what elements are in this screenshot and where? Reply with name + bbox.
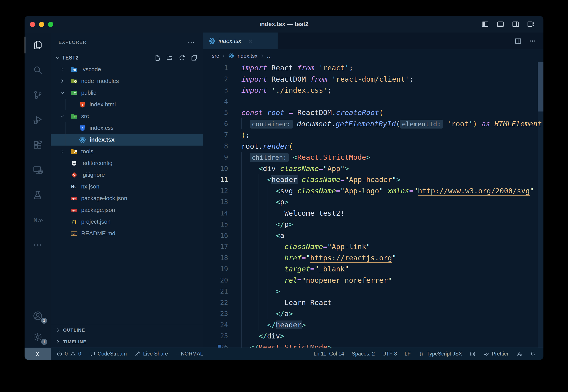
- status-codestream[interactable]: CodeStream: [89, 351, 127, 357]
- tree-item-index.html[interactable]: 5 index.html: [51, 99, 203, 110]
- code-line[interactable]: 15 </p>: [203, 219, 543, 230]
- new-file-icon[interactable]: [154, 55, 161, 61]
- code-line[interactable]: 8 root.render(: [203, 141, 543, 152]
- activity-source-control[interactable]: [25, 83, 51, 108]
- titlebar[interactable]: index.tsx — test2: [25, 16, 543, 32]
- explorer-more-icon[interactable]: [187, 39, 195, 46]
- code-line[interactable]: 1 import React from 'react';: [203, 62, 543, 74]
- code-line[interactable]: 7 );: [203, 129, 543, 141]
- activity-accounts[interactable]: 1: [25, 305, 51, 326]
- code-line[interactable]: 23 </a>: [203, 308, 543, 320]
- code-line[interactable]: 25 </div>: [203, 331, 543, 342]
- status-feedback[interactable]: [470, 351, 476, 357]
- tree-item-package.json[interactable]: npm package.json: [51, 204, 203, 216]
- code-line[interactable]: 16 <a: [203, 230, 543, 241]
- activity-remote-explorer[interactable]: [25, 157, 51, 182]
- activity-search[interactable]: [25, 57, 51, 83]
- zoom-window-button[interactable]: [48, 22, 53, 27]
- tree-item-nx.json[interactable]: N≥ nx.json: [51, 181, 203, 193]
- status-encoding[interactable]: UTF-8: [382, 351, 397, 357]
- code-line[interactable]: 5 const root = ReactDOM.createRoot(: [203, 107, 543, 118]
- tab-index-tsx[interactable]: index.tsx: [203, 32, 277, 49]
- tree-item-src[interactable]: </> src: [51, 110, 203, 122]
- code-line[interactable]: 22 Learn React: [203, 297, 543, 308]
- customize-layout-icon[interactable]: [527, 20, 535, 28]
- code-line[interactable]: 4: [203, 96, 543, 107]
- status-accessibility[interactable]: [516, 351, 522, 357]
- status-live-share[interactable]: Live Share: [135, 351, 168, 357]
- tree-item-index.tsx[interactable]: index.tsx: [51, 134, 203, 146]
- project-section-header[interactable]: TEST2: [51, 52, 203, 63]
- tree-item-index.css[interactable]: 3 index.css: [51, 122, 203, 134]
- tree-item-public[interactable]: public: [51, 87, 203, 99]
- breadcrumb-src[interactable]: src: [212, 53, 219, 59]
- tree-item-tools[interactable]: tools: [51, 146, 203, 157]
- code-line[interactable]: 13 <p>: [203, 196, 543, 208]
- toggle-panel-icon[interactable]: [496, 20, 504, 28]
- tree-item-.vscode[interactable]: .vscode: [51, 63, 203, 75]
- toggle-secondary-sidebar-icon[interactable]: [512, 20, 520, 28]
- code-line[interactable]: 17 className="App-link": [203, 241, 543, 252]
- status-language-mode[interactable]: {}TypeScript JSX: [418, 351, 462, 357]
- minimize-window-button[interactable]: [39, 22, 44, 27]
- code-line[interactable]: 11 <header className="App-header">: [203, 174, 543, 185]
- status-cursor-position[interactable]: Ln 11, Col 14: [314, 351, 344, 357]
- activity-more-views[interactable]: [25, 233, 51, 257]
- status-problems[interactable]: 00: [56, 351, 81, 357]
- scrollbar-thumb[interactable]: [538, 62, 543, 112]
- new-folder-icon[interactable]: [166, 55, 173, 61]
- tree-item-node_modules[interactable]: JS node_modules: [51, 75, 203, 87]
- code-line[interactable]: 6 container: document.getElementById(ele…: [203, 118, 543, 130]
- status-prettier[interactable]: Prettier: [483, 351, 509, 357]
- tree-item-project.json[interactable]: {} project.json: [51, 216, 203, 228]
- live-share-icon: [135, 351, 141, 357]
- code-line[interactable]: 26 </React.StrictMode>: [203, 342, 543, 348]
- outline-section[interactable]: OUTLINE: [51, 324, 203, 336]
- code-line[interactable]: 24 </header>: [203, 320, 543, 331]
- activity-explorer[interactable]: [25, 32, 51, 57]
- code-line[interactable]: 9 children: <React.StrictMode>: [203, 152, 543, 163]
- tree-item-README.md[interactable]: M↓ README.md: [51, 228, 203, 239]
- split-editor-icon[interactable]: [514, 37, 522, 45]
- code-line[interactable]: 18 href="https://reactjs.org": [203, 252, 543, 264]
- code-editor[interactable]: 1 import React from 'react'; 2 import Re…: [203, 62, 543, 348]
- code-line[interactable]: 2 import ReactDOM from 'react-dom/client…: [203, 74, 543, 85]
- chevron-spacer: [59, 160, 65, 166]
- remote-indicator[interactable]: [25, 348, 51, 360]
- timeline-section[interactable]: TIMELINE: [51, 336, 203, 348]
- chevron-right-icon: [59, 67, 65, 72]
- markdown-icon: M↓: [70, 230, 78, 237]
- status-indentation[interactable]: Spaces: 2: [352, 351, 375, 357]
- activity-extensions[interactable]: [25, 133, 51, 157]
- close-tab-icon[interactable]: [248, 38, 253, 44]
- tree-item-.editorconfig[interactable]: .editorconfig: [51, 157, 203, 169]
- activity-nx-console[interactable]: N≫: [25, 208, 51, 233]
- chevron-down-icon: [59, 90, 65, 96]
- code-line[interactable]: 19 target="_blank": [203, 264, 543, 275]
- refresh-icon[interactable]: [179, 55, 185, 61]
- breadcrumb-index.tsx[interactable]: index.tsx: [228, 53, 257, 59]
- activity-settings[interactable]: 1: [25, 326, 51, 348]
- nx-file-icon: N≥: [70, 183, 78, 190]
- code-line[interactable]: 3 import './index.css';: [203, 85, 543, 96]
- close-window-button[interactable]: [30, 22, 35, 27]
- code-line[interactable]: 10 <div className="App">: [203, 163, 543, 174]
- code-line[interactable]: 20 rel="noopener noreferrer": [203, 275, 543, 286]
- activity-run-debug[interactable]: [25, 108, 51, 133]
- collapse-all-icon[interactable]: [191, 55, 197, 61]
- code-line[interactable]: 21 >: [203, 286, 543, 297]
- tree-item-.gitignore[interactable]: .gitignore: [51, 169, 203, 181]
- chevron-spacer: [68, 102, 74, 108]
- tree-item-package-lock.json[interactable]: npm package-lock.json: [51, 193, 203, 204]
- status-eol[interactable]: LF: [404, 351, 411, 357]
- vertical-scrollbar[interactable]: [538, 62, 543, 348]
- status-notifications[interactable]: [530, 351, 536, 357]
- status-vim-mode[interactable]: -- NORMAL --: [176, 351, 208, 357]
- editor-more-icon[interactable]: [529, 37, 536, 45]
- code-line[interactable]: 14 Welcome test2!: [203, 208, 543, 219]
- toggle-sidebar-icon[interactable]: [481, 20, 489, 28]
- code-line[interactable]: 12 <svg className="App-logo" xmlns="http…: [203, 185, 543, 197]
- line-number: 19: [203, 264, 228, 275]
- activity-testing[interactable]: [25, 182, 51, 208]
- breadcrumb-…[interactable]: …: [267, 53, 272, 59]
